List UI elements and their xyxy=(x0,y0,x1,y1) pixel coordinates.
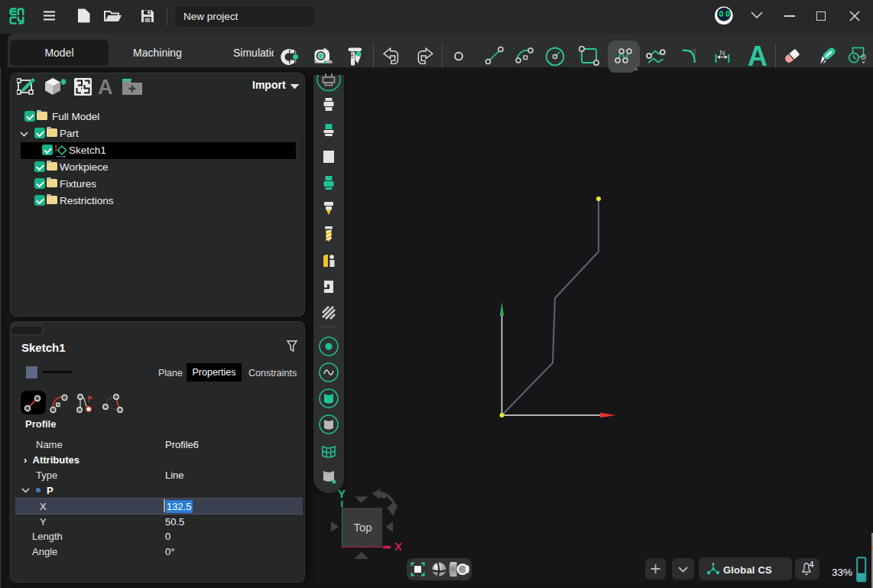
svg-text:Y: Y xyxy=(338,487,346,500)
svg-text:4: 4 xyxy=(810,560,814,569)
svg-text:Top: Top xyxy=(354,521,372,534)
svg-text:N: N xyxy=(720,48,725,57)
svg-text:X: X xyxy=(394,540,402,553)
svg-text:A: A xyxy=(98,76,113,97)
